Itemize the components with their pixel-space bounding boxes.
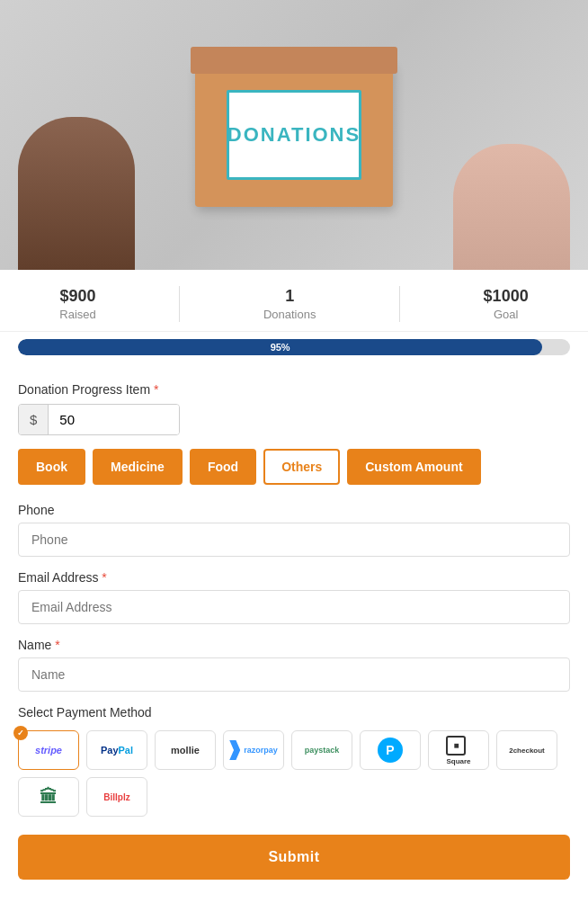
bank-logo: 🏛 xyxy=(40,787,58,808)
category-medicine-button[interactable]: Medicine xyxy=(93,449,183,485)
payment-mollie[interactable]: mollie xyxy=(155,730,216,770)
2checkout-logo: 2checkout xyxy=(509,747,545,755)
phone-input[interactable] xyxy=(18,523,570,557)
currency-symbol: $ xyxy=(19,405,49,434)
amount-input[interactable] xyxy=(49,405,179,434)
email-field-group: Email Address * xyxy=(18,570,570,624)
phone-field-group: Phone xyxy=(18,503,570,557)
stat-goal: $1000 Goal xyxy=(484,287,529,321)
payment-paystack[interactable]: paystack xyxy=(291,730,352,770)
category-food-button[interactable]: Food xyxy=(190,449,256,485)
goal-label: Goal xyxy=(484,308,529,321)
page-container: DONATIONS $900 Raised 1 Donations $1000 … xyxy=(0,0,588,921)
cardboard-box: DONATIONS xyxy=(195,63,393,207)
box-label-text: DONATIONS xyxy=(227,90,361,180)
stats-row: $900 Raised 1 Donations $1000 Goal xyxy=(0,270,588,332)
category-custom-button[interactable]: Custom Amount xyxy=(347,449,480,485)
category-book-button[interactable]: Book xyxy=(18,449,85,485)
stat-divider-1 xyxy=(179,286,180,322)
form-section: Donation Progress Item * $ Book Medicine… xyxy=(0,369,588,893)
donations-value: 1 xyxy=(263,287,316,306)
donations-label: Donations xyxy=(263,308,316,321)
payment-square[interactable]: ■ Square xyxy=(428,730,489,770)
payment-stripe[interactable]: ✓ stripe xyxy=(18,730,79,770)
payment-paypro[interactable]: P xyxy=(360,730,421,770)
stripe-logo: stripe xyxy=(35,745,62,756)
mollie-logo: mollie xyxy=(171,745,200,756)
name-label: Name * xyxy=(18,638,570,652)
paypro-logo: P xyxy=(378,738,403,763)
box-lid xyxy=(191,47,397,74)
email-input[interactable] xyxy=(18,590,570,624)
paystack-logo: paystack xyxy=(305,746,340,755)
stat-donations: 1 Donations xyxy=(263,287,316,321)
phone-label: Phone xyxy=(18,503,570,517)
square-logo: ■ Square xyxy=(446,736,470,765)
hero-image: DONATIONS xyxy=(0,0,588,270)
payment-paypal[interactable]: PayPal xyxy=(86,730,147,770)
payment-methods: ✓ stripe PayPal mollie razorpay xyxy=(18,730,570,817)
category-buttons: Book Medicine Food Others Custom Amount xyxy=(18,449,570,485)
razorpay-logo: razorpay xyxy=(244,746,278,755)
stat-raised: $900 Raised xyxy=(59,287,95,321)
right-hand xyxy=(453,144,570,270)
donation-item-label: Donation Progress Item * xyxy=(18,382,570,397)
amount-input-row: $ xyxy=(18,404,180,435)
billplz-logo: Billplz xyxy=(103,792,129,802)
goal-value: $1000 xyxy=(484,287,529,306)
name-field-group: Name * xyxy=(18,638,570,692)
progress-label: 95% xyxy=(271,342,290,353)
raised-label: Raised xyxy=(59,308,95,321)
payment-bank[interactable]: 🏛 xyxy=(18,777,79,817)
submit-button[interactable]: Submit xyxy=(18,835,570,880)
paypal-logo: PayPal xyxy=(101,745,133,756)
progress-container: 95% xyxy=(0,332,588,369)
payment-2checkout[interactable]: 2checkout xyxy=(496,730,557,770)
stripe-check: ✓ xyxy=(13,726,28,740)
left-hand xyxy=(18,117,135,270)
raised-value: $900 xyxy=(59,287,95,306)
payment-billplz[interactable]: Billplz xyxy=(86,777,147,817)
progress-bar-background: 95% xyxy=(18,339,570,355)
category-others-button[interactable]: Others xyxy=(263,449,340,485)
progress-bar-fill: 95% xyxy=(18,339,542,355)
payment-section-label: Select Payment Method xyxy=(18,705,570,720)
payment-razorpay[interactable]: razorpay xyxy=(223,730,284,770)
name-input[interactable] xyxy=(18,657,570,692)
email-label: Email Address * xyxy=(18,570,570,585)
donations-box: DONATIONS xyxy=(195,63,393,207)
stat-divider-2 xyxy=(399,286,400,322)
